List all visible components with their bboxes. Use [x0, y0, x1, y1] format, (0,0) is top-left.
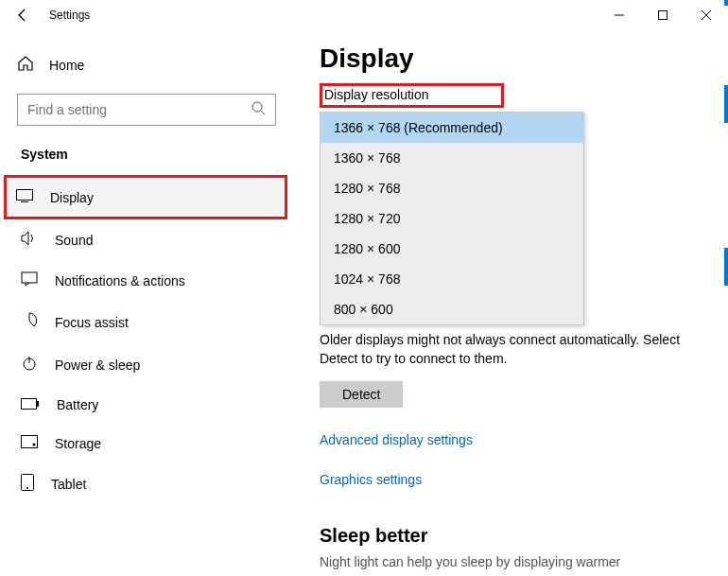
- sidebar-item-display[interactable]: Display: [4, 175, 287, 219]
- focus-assist-icon: [21, 312, 38, 332]
- window-title: Settings: [49, 9, 90, 22]
- sidebar: Home System Display Sound Notifications …: [0, 30, 293, 576]
- dropdown-item[interactable]: 1366 × 768 (Recommended): [321, 113, 583, 143]
- sidebar-item-label: Battery: [57, 397, 98, 412]
- titlebar: Settings: [0, 0, 728, 30]
- sidebar-item-battery[interactable]: Battery: [0, 386, 293, 424]
- dropdown-item[interactable]: 1024 × 768: [321, 264, 583, 294]
- dropdown-item[interactable]: 800 × 600: [321, 294, 583, 324]
- dropdown-item[interactable]: 1280 × 600: [321, 234, 583, 264]
- sound-icon: [21, 231, 38, 249]
- svg-line-5: [261, 111, 265, 114]
- sidebar-item-label: Power & sleep: [55, 358, 140, 373]
- svg-rect-8: [22, 272, 37, 283]
- svg-point-16: [26, 487, 28, 489]
- storage-icon: [21, 435, 38, 451]
- sidebar-item-label: Storage: [55, 436, 101, 451]
- accent-bar: [724, 248, 728, 286]
- svg-rect-6: [17, 190, 33, 201]
- sidebar-item-label: Tablet: [51, 477, 86, 492]
- search-input[interactable]: [27, 102, 251, 117]
- svg-rect-13: [22, 436, 38, 448]
- accent-bar: [724, 85, 728, 123]
- dropdown-item[interactable]: 1280 × 768: [321, 173, 583, 203]
- dropdown-item[interactable]: 1360 × 768: [321, 143, 583, 173]
- back-icon[interactable]: [15, 8, 30, 23]
- sidebar-item-sound[interactable]: Sound: [0, 219, 293, 260]
- sidebar-item-label: Sound: [55, 233, 93, 248]
- sidebar-item-power-sleep[interactable]: Power & sleep: [0, 343, 293, 386]
- power-icon: [21, 355, 38, 375]
- graphics-settings-link[interactable]: Graphics settings: [320, 472, 702, 487]
- search-box[interactable]: [17, 94, 276, 126]
- resolution-label: Display resolution: [320, 83, 504, 108]
- svg-point-14: [33, 444, 36, 446]
- tablet-icon: [21, 474, 34, 494]
- sidebar-item-notifications[interactable]: Notifications & actions: [0, 260, 293, 301]
- detect-description: Older displays might not always connect …: [320, 331, 702, 368]
- close-button[interactable]: [685, 0, 728, 30]
- minimize-button[interactable]: [598, 0, 641, 30]
- search-icon: [251, 100, 266, 119]
- battery-icon: [21, 397, 40, 412]
- sleep-better-heading: Sleep better: [320, 525, 702, 547]
- sidebar-item-focus-assist[interactable]: Focus assist: [0, 301, 293, 343]
- category-label: System: [0, 143, 293, 175]
- dropdown-item[interactable]: 1280 × 720: [321, 203, 583, 234]
- window-controls: [598, 0, 728, 30]
- sidebar-item-label: Display: [50, 190, 94, 205]
- main-panel: Display Display resolution 1366 × 768 (R…: [293, 30, 728, 576]
- svg-rect-11: [22, 399, 37, 410]
- page-title: Display: [320, 44, 702, 74]
- home-label: Home: [49, 58, 84, 73]
- display-icon: [16, 189, 33, 205]
- resolution-dropdown[interactable]: 1366 × 768 (Recommended) 1360 × 768 1280…: [320, 112, 584, 325]
- svg-rect-12: [37, 401, 39, 407]
- maximize-button[interactable]: [641, 0, 685, 30]
- svg-rect-1: [659, 11, 667, 20]
- home-button[interactable]: Home: [0, 47, 293, 82]
- notifications-icon: [21, 271, 38, 289]
- sleep-better-text: Night light can help you sleep by displa…: [320, 554, 702, 569]
- detect-button[interactable]: Detect: [320, 381, 403, 408]
- sidebar-item-tablet[interactable]: Tablet: [0, 463, 293, 505]
- accent-bar: [724, 0, 728, 6]
- sidebar-item-label: Focus assist: [55, 315, 129, 330]
- sidebar-item-storage[interactable]: Storage: [0, 424, 293, 463]
- home-icon: [17, 55, 34, 75]
- sidebar-item-label: Notifications & actions: [55, 273, 185, 288]
- svg-point-4: [252, 102, 262, 112]
- advanced-display-link[interactable]: Advanced display settings: [320, 432, 702, 447]
